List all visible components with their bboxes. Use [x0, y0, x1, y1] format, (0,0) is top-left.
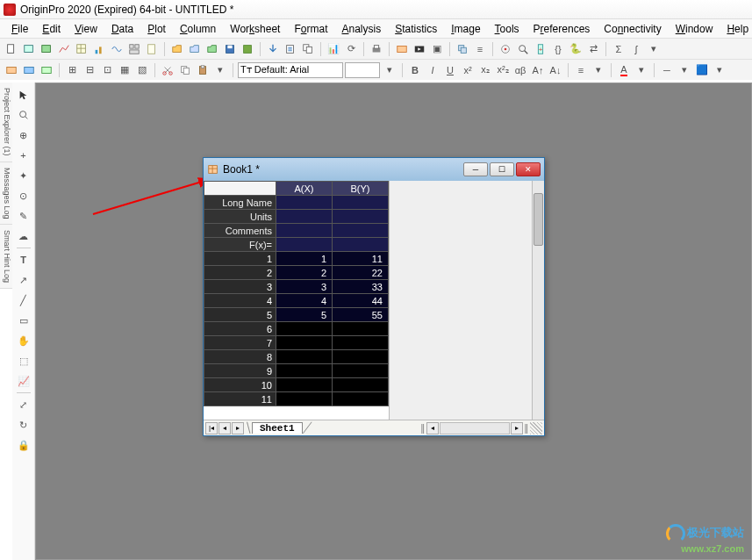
draw-data-icon[interactable]: ✎	[15, 207, 32, 225]
cell[interactable]: 2	[276, 266, 333, 280]
workbook-titlebar[interactable]: Book1 * ─ ☐ ✕	[204, 158, 544, 181]
menu-plot[interactable]: Plot	[141, 21, 172, 37]
zoom-icon[interactable]	[515, 41, 531, 57]
lock-icon[interactable]: 🔒	[15, 436, 32, 454]
rescale-icon[interactable]: ⤢	[15, 396, 32, 413]
row-longname[interactable]: Long Name	[204, 196, 276, 210]
row-number[interactable]: 11	[204, 392, 276, 406]
row-units[interactable]: Units	[204, 210, 276, 224]
open-excel-icon[interactable]	[204, 41, 220, 57]
supersub-icon[interactable]: x²₂	[495, 62, 511, 78]
zoom-panel-icon[interactable]	[15, 106, 32, 124]
row-fx[interactable]: F(x)=	[204, 238, 276, 252]
tab-first-icon[interactable]: |◂	[205, 422, 218, 434]
cell[interactable]	[333, 336, 389, 350]
line-style-icon[interactable]: ─	[659, 62, 675, 78]
column-header-a[interactable]: A(X)	[276, 182, 333, 196]
stats-icon[interactable]: Σ	[611, 41, 627, 57]
row-number[interactable]: 2	[204, 266, 276, 280]
roi-tool-icon[interactable]: ⬚	[15, 352, 32, 370]
grid-corner[interactable]	[204, 182, 276, 196]
menu-analysis[interactable]: Analysis	[335, 21, 387, 37]
cell[interactable]: 4	[276, 294, 333, 308]
maximize-button[interactable]: ☐	[490, 162, 514, 176]
open-icon[interactable]	[169, 41, 185, 57]
menu-worksheet[interactable]: Worksheet	[224, 21, 286, 37]
cell[interactable]: 5	[276, 308, 333, 322]
digitize-icon[interactable]	[498, 41, 513, 57]
import-wizard-icon[interactable]	[265, 41, 281, 57]
cell[interactable]	[276, 392, 333, 406]
wks-5-icon[interactable]: ⊟	[82, 62, 97, 78]
italic-icon[interactable]: I	[425, 62, 440, 78]
batch-icon[interactable]: 📊	[326, 41, 341, 57]
wks-8-icon[interactable]: ▧	[134, 62, 150, 78]
more-icon[interactable]: ▾	[646, 41, 662, 57]
greek-icon[interactable]: αβ	[512, 62, 528, 78]
menu-file[interactable]: File	[5, 21, 34, 37]
add-column-icon[interactable]: +	[533, 41, 548, 57]
resize-grip-icon[interactable]	[530, 422, 542, 434]
new-function-icon[interactable]	[109, 41, 125, 57]
hscroll-right-icon[interactable]: ▸	[511, 422, 523, 434]
cell[interactable]	[276, 322, 333, 336]
cell[interactable]: 11	[333, 252, 389, 266]
paste-dropdown-icon[interactable]: ▾	[212, 62, 228, 78]
vertical-scrollbar[interactable]	[532, 181, 544, 420]
menu-edit[interactable]: Edit	[36, 21, 67, 37]
arrow-tool-icon[interactable]: ↗	[15, 271, 32, 289]
wks-2-icon[interactable]	[21, 62, 37, 78]
cell[interactable]: 1	[276, 252, 333, 266]
cell[interactable]	[276, 350, 333, 364]
fit-icon[interactable]: ∫	[628, 41, 644, 57]
cell[interactable]: 22	[333, 266, 389, 280]
new-layout-icon[interactable]	[126, 41, 142, 57]
close-button[interactable]: ✕	[516, 162, 541, 176]
menu-view[interactable]: View	[68, 21, 104, 37]
cell[interactable]: 33	[333, 280, 389, 294]
rotate-icon[interactable]: ↻	[15, 416, 32, 434]
horizontal-scrollbar[interactable]	[440, 422, 510, 434]
new-project-icon[interactable]	[4, 41, 19, 57]
new-2d-plot-icon[interactable]	[91, 41, 107, 57]
cell[interactable]	[276, 336, 333, 350]
cell[interactable]	[276, 364, 333, 378]
tab-prev-icon[interactable]: ◂	[218, 422, 231, 434]
pointer-icon[interactable]	[15, 86, 32, 104]
menu-preferences[interactable]: Preferences	[527, 21, 597, 37]
recalc-icon[interactable]: ⟳	[343, 41, 359, 57]
size-dropdown-icon[interactable]: ▾	[382, 62, 397, 78]
align-dropdown-icon[interactable]: ▾	[591, 62, 606, 78]
menu-data[interactable]: Data	[105, 21, 140, 37]
fill-color-icon[interactable]: 🟦	[694, 62, 710, 78]
import-single-icon[interactable]	[283, 41, 298, 57]
text-tool-icon[interactable]: T	[15, 251, 32, 269]
copy-icon[interactable]	[177, 62, 193, 78]
row-number[interactable]: 3	[204, 280, 276, 294]
cell[interactable]: 55	[333, 308, 389, 322]
menu-help[interactable]: Help	[720, 21, 752, 37]
row-number[interactable]: 4	[204, 294, 276, 308]
save-template-icon[interactable]	[240, 41, 255, 57]
subscript-icon[interactable]: x₂	[477, 62, 493, 78]
worksheet-grid[interactable]: A(X) B(Y) Long Name Units Comments F(x)=…	[204, 181, 389, 420]
new-excel-icon[interactable]	[39, 41, 54, 57]
underline-icon[interactable]: U	[442, 62, 458, 78]
cell[interactable]	[333, 350, 389, 364]
scrollbar-thumb[interactable]	[534, 193, 543, 246]
fill-dropdown-icon[interactable]: ▾	[712, 62, 727, 78]
video-icon[interactable]	[412, 41, 427, 57]
font-color-dropdown-icon[interactable]: ▾	[634, 62, 649, 78]
cell[interactable]: 44	[333, 294, 389, 308]
cell[interactable]	[333, 364, 389, 378]
row-number[interactable]: 6	[204, 322, 276, 336]
font-size-select[interactable]	[345, 62, 380, 78]
minimize-button[interactable]: ─	[463, 162, 488, 176]
wks-3-icon[interactable]	[39, 62, 54, 78]
menu-tools[interactable]: Tools	[489, 21, 526, 37]
transfer-icon[interactable]: ⇄	[585, 41, 601, 57]
align-left-icon[interactable]: ≡	[573, 62, 589, 78]
bold-icon[interactable]: B	[407, 62, 423, 78]
screen-reader-icon[interactable]: +	[15, 147, 32, 164]
new-notes-icon[interactable]	[144, 41, 160, 57]
